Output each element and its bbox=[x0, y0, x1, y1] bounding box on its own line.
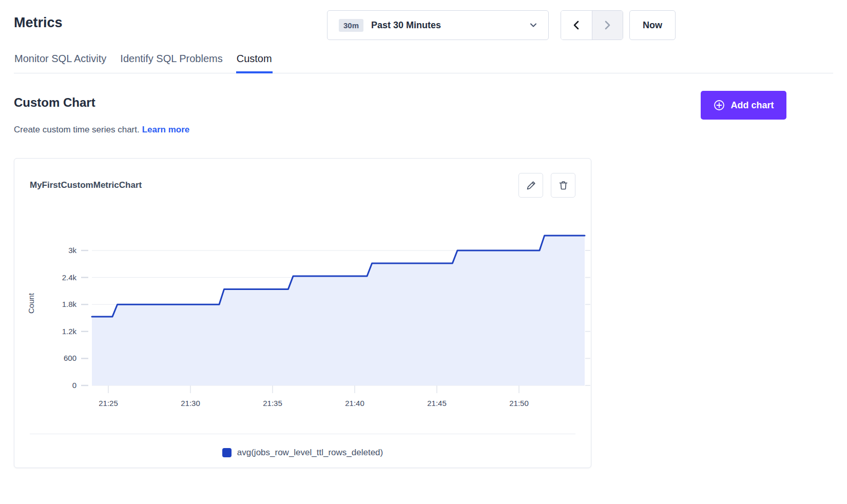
learn-more-link[interactable]: Learn more bbox=[142, 125, 190, 134]
now-button[interactable]: Now bbox=[629, 10, 676, 40]
card-divider bbox=[30, 434, 575, 434]
tabs-bar: Monitor SQL Activity Identify SQL Proble… bbox=[14, 53, 833, 73]
svg-text:3k: 3k bbox=[68, 246, 76, 255]
chart-title: MyFirstCustomMetricChart bbox=[30, 180, 142, 190]
section-title: Custom Chart bbox=[14, 95, 95, 110]
svg-text:0: 0 bbox=[72, 381, 76, 390]
svg-text:600: 600 bbox=[64, 354, 76, 362]
svg-text:2.4k: 2.4k bbox=[62, 273, 77, 282]
chevron-down-icon bbox=[529, 21, 538, 30]
svg-text:21:50: 21:50 bbox=[509, 399, 529, 408]
section-description: Create custom time series chart.Learn mo… bbox=[14, 125, 189, 135]
chart-actions bbox=[518, 173, 575, 198]
plus-circle-icon bbox=[713, 99, 725, 111]
svg-text:21:40: 21:40 bbox=[345, 399, 364, 408]
time-range-forward-button[interactable] bbox=[592, 11, 623, 40]
svg-text:21:35: 21:35 bbox=[263, 399, 282, 408]
tab-monitor-sql-activity[interactable]: Monitor SQL Activity bbox=[14, 53, 107, 73]
tab-identify-sql-problems[interactable]: Identify SQL Problems bbox=[120, 53, 223, 73]
section-description-text: Create custom time series chart. bbox=[14, 125, 140, 134]
add-chart-button[interactable]: Add chart bbox=[701, 91, 786, 120]
svg-text:21:30: 21:30 bbox=[181, 399, 200, 408]
tab-custom[interactable]: Custom bbox=[236, 53, 273, 73]
page-title: Metrics bbox=[14, 15, 63, 31]
edit-chart-button[interactable] bbox=[518, 173, 543, 198]
time-window-selector[interactable]: 30m Past 30 Minutes bbox=[327, 10, 549, 40]
svg-text:1.8k: 1.8k bbox=[62, 300, 77, 308]
time-range-back-button[interactable] bbox=[561, 11, 592, 40]
chart-legend: avg(jobs_row_level_ttl_rows_deleted) bbox=[14, 448, 591, 458]
legend-label: avg(jobs_row_level_ttl_rows_deleted) bbox=[237, 448, 383, 458]
chart-card: MyFirstCustomMetricChart 06001.2k1.8k2.4… bbox=[14, 158, 591, 468]
time-window-badge: 30m bbox=[339, 19, 363, 32]
chart-card-header: MyFirstCustomMetricChart bbox=[14, 159, 591, 198]
legend-swatch bbox=[222, 448, 232, 457]
svg-text:21:45: 21:45 bbox=[427, 399, 447, 408]
chevron-right-icon bbox=[602, 20, 613, 31]
trash-icon bbox=[558, 180, 569, 191]
time-range-nav bbox=[561, 10, 623, 40]
delete-chart-button[interactable] bbox=[551, 173, 575, 198]
time-window-label: Past 30 Minutes bbox=[371, 20, 521, 31]
svg-text:21:25: 21:25 bbox=[99, 399, 118, 408]
pencil-icon bbox=[526, 180, 536, 191]
custom-chart[interactable]: 06001.2k1.8k2.4k3k21:2521:3021:3521:4021… bbox=[14, 198, 591, 408]
add-chart-label: Add chart bbox=[730, 100, 774, 111]
svg-text:Count: Count bbox=[27, 293, 35, 314]
svg-text:1.2k: 1.2k bbox=[62, 327, 77, 336]
chevron-left-icon bbox=[571, 20, 582, 31]
custom-chart-svg: 06001.2k1.8k2.4k3k21:2521:3021:3521:4021… bbox=[14, 198, 591, 408]
